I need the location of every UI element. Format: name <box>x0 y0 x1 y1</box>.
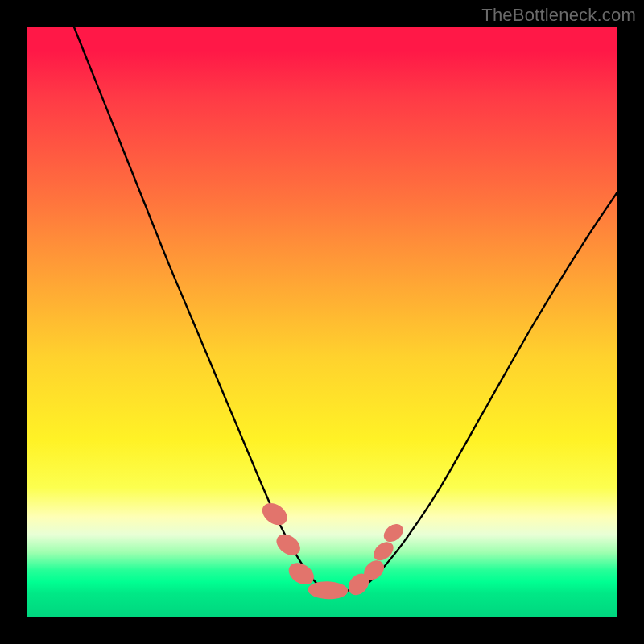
chart-plot-area <box>27 27 617 617</box>
pill-a <box>258 498 291 530</box>
watermark-text: TheBottleneck.com <box>481 5 636 26</box>
chart-svg <box>27 27 617 617</box>
pill-b <box>273 530 304 559</box>
pill-h <box>381 520 407 545</box>
chart-frame: TheBottleneck.com <box>0 0 644 644</box>
pill-d <box>308 580 349 600</box>
curve-layer <box>74 27 617 591</box>
marker-layer <box>258 498 407 600</box>
bottleneck-curve <box>74 27 617 591</box>
pill-g <box>370 539 398 565</box>
